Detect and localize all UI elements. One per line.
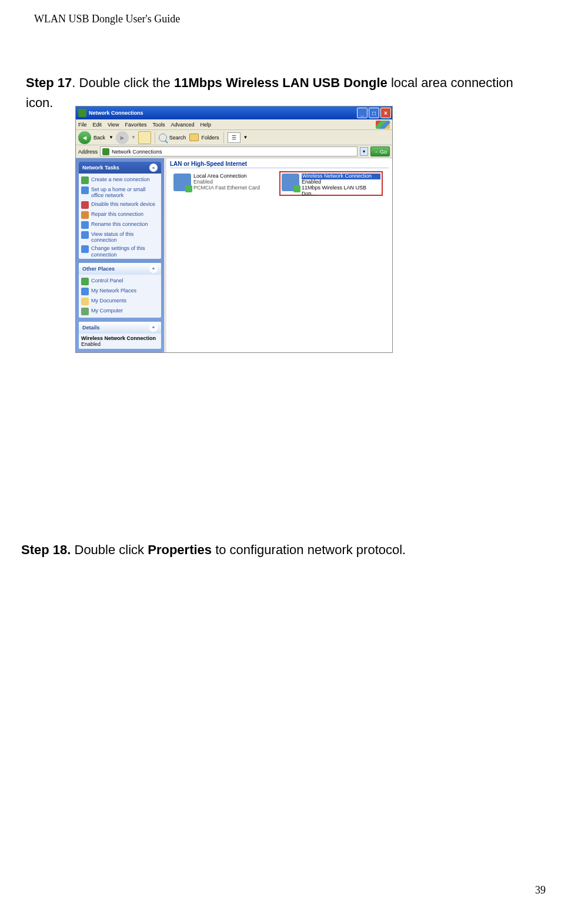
go-button[interactable]: → Go: [370, 146, 390, 156]
place-network-places[interactable]: My Network Places: [81, 286, 159, 296]
minimize-button[interactable]: _: [357, 108, 368, 118]
search-icon[interactable]: [159, 134, 167, 142]
address-input[interactable]: Network Connections: [100, 146, 358, 156]
details-conn-status: Enabled: [81, 341, 159, 347]
task-label: Repair this connection: [91, 211, 143, 217]
step-18: Step 18. Double click Properties to conf…: [21, 540, 533, 560]
conn-device: PCMCIA Fast Ethernet Card: [193, 185, 260, 191]
task-label: View status of this connection: [91, 231, 159, 244]
panel-network-tasks-head[interactable]: Network Tasks «: [79, 162, 161, 174]
control-panel-icon: [81, 278, 89, 285]
forward-button[interactable]: ►: [116, 131, 129, 144]
views-dropdown-icon[interactable]: ▼: [243, 135, 248, 140]
place-label: Control Panel: [91, 278, 123, 284]
place-my-documents[interactable]: My Documents: [81, 296, 159, 306]
collapse-icon[interactable]: «: [149, 324, 158, 332]
conn-device: 11Mbps Wireless LAN USB Don...: [302, 185, 380, 197]
task-setup-home-network[interactable]: Set up a home or small office network: [81, 185, 159, 200]
network-places-icon: [81, 288, 89, 295]
menu-favorites[interactable]: Favorites: [125, 122, 146, 128]
doc-header: WLAN USB Dongle User's Guide: [34, 13, 180, 25]
connection-wireless-network[interactable]: Wireless Network Connection Enabled 11Mb…: [279, 171, 383, 196]
collapse-icon[interactable]: «: [149, 265, 158, 273]
network-connections-icon: [78, 109, 86, 117]
task-label: Rename this connection: [91, 221, 148, 227]
back-label[interactable]: Back: [93, 135, 105, 141]
panel-network-tasks: Network Tasks « Create a new connection …: [79, 162, 161, 259]
window-body: Network Tasks « Create a new connection …: [76, 158, 392, 352]
panel-network-tasks-title: Network Tasks: [82, 165, 119, 171]
page-number: 39: [535, 884, 546, 896]
task-label: Create a new connection: [91, 176, 150, 182]
window-title: Network Connections: [89, 110, 143, 116]
panel-details-title: Details: [82, 325, 100, 331]
panel-other-places-head[interactable]: Other Places «: [79, 263, 161, 275]
panel-other-places-title: Other Places: [82, 266, 115, 272]
task-label: Disable this network device: [91, 201, 155, 207]
maximize-button[interactable]: □: [369, 108, 379, 118]
rename-icon: [81, 221, 89, 229]
close-button[interactable]: ×: [380, 108, 391, 118]
folders-label[interactable]: Folders: [201, 135, 219, 141]
task-create-new-connection[interactable]: Create a new connection: [81, 175, 159, 185]
task-label: Set up a home or small office network: [91, 186, 159, 199]
collapse-icon[interactable]: «: [149, 164, 158, 172]
menu-tools[interactable]: Tools: [152, 122, 165, 128]
details-conn-name: Wireless Network Connection: [81, 335, 159, 341]
window-titlebar[interactable]: Network Connections _ □ ×: [76, 106, 392, 119]
address-value: Network Connections: [112, 149, 162, 155]
panel-other-places: Other Places « Control Panel My Network …: [79, 263, 161, 318]
menu-advanced[interactable]: Advanced: [171, 122, 194, 128]
sidebar: Network Tasks « Create a new connection …: [76, 158, 164, 352]
place-label: My Documents: [91, 298, 126, 304]
place-label: My Network Places: [91, 288, 136, 294]
task-disable-device[interactable]: Disable this network device: [81, 200, 159, 210]
toolbar-separator: [155, 132, 155, 144]
task-change-settings[interactable]: Change settings of this connection: [81, 244, 159, 258]
computer-icon: [81, 308, 89, 315]
step-18-text-a: Double click: [71, 542, 148, 557]
search-label[interactable]: Search: [169, 135, 186, 141]
step-18-text-b: to configuration network protocol.: [212, 542, 406, 557]
place-label: My Computer: [91, 308, 123, 314]
menu-help[interactable]: Help: [200, 122, 211, 128]
task-label: Change settings of this connection: [91, 245, 159, 258]
lan-connection-icon: [173, 174, 191, 191]
up-button[interactable]: [138, 131, 151, 144]
place-my-computer[interactable]: My Computer: [81, 306, 159, 316]
panel-details: Details « Wireless Network Connection En…: [79, 322, 161, 349]
toolbar: ◄ Back ▼ ► ▼ Search Folders ☰ ▼: [76, 130, 392, 145]
views-button[interactable]: ☰: [228, 132, 240, 143]
address-icon: [102, 148, 109, 155]
address-dropdown-icon[interactable]: ▾: [360, 147, 368, 156]
menu-file[interactable]: File: [78, 122, 87, 128]
step-18-label: Step 18.: [21, 542, 71, 557]
documents-icon: [81, 298, 89, 305]
toolbar-separator-2: [223, 132, 224, 144]
go-arrow-icon: →: [373, 149, 379, 155]
forward-dropdown-icon[interactable]: ▼: [131, 135, 136, 140]
wizard-icon: [81, 176, 89, 184]
step-17-text-a: Double click the: [75, 75, 174, 90]
addressbar: Address Network Connections ▾ → Go: [76, 145, 392, 158]
place-control-panel[interactable]: Control Panel: [81, 276, 159, 286]
folders-icon[interactable]: [189, 134, 199, 141]
status-icon: [81, 231, 89, 239]
step-18-bold: Properties: [148, 542, 212, 557]
menubar: File Edit View Favorites Tools Advanced …: [76, 119, 392, 130]
network-setup-icon: [81, 186, 89, 194]
connection-local-area[interactable]: Local Area Connection Enabled PCMCIA Fas…: [172, 172, 276, 197]
menu-view[interactable]: View: [108, 122, 119, 128]
back-button[interactable]: ◄: [78, 131, 91, 144]
task-repair-connection[interactable]: Repair this connection: [81, 210, 159, 220]
wireless-connection-icon: [282, 174, 299, 191]
task-rename-connection[interactable]: Rename this connection: [81, 220, 159, 230]
step-17-label: Step 17: [26, 75, 72, 90]
back-dropdown-icon[interactable]: ▼: [109, 135, 113, 140]
menu-edit[interactable]: Edit: [93, 122, 102, 128]
splitter[interactable]: [164, 158, 166, 352]
task-view-status[interactable]: View status of this connection: [81, 230, 159, 245]
disable-icon: [81, 201, 89, 209]
panel-details-head[interactable]: Details «: [79, 322, 161, 334]
step-17-bold: 11Mbps Wireless LAN USB Dongle: [174, 75, 387, 90]
